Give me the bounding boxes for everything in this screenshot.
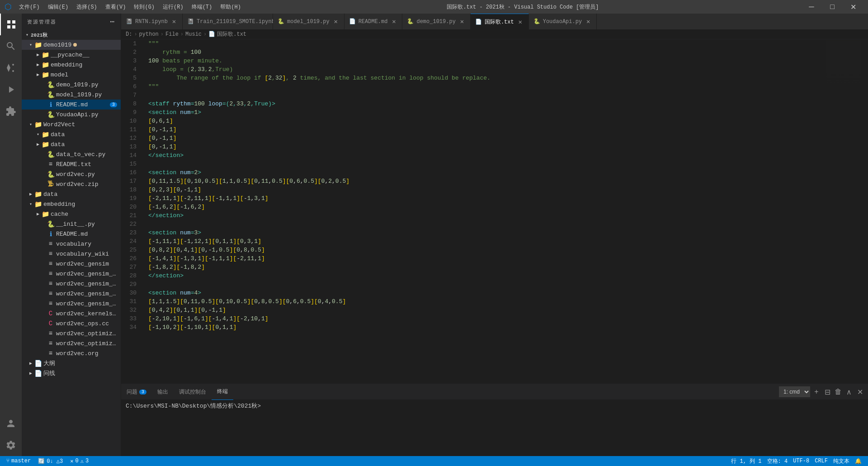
root-label: 2021秋 <box>31 32 47 38</box>
breadcrumb-python[interactable]: python <box>139 31 159 38</box>
tree-item-readmetxt[interactable]: ▶ ≡ README.txt <box>22 159 121 169</box>
menu-view[interactable]: 查看(V) <box>102 2 130 12</box>
account-icon[interactable] <box>0 413 22 434</box>
maximize-button[interactable]: □ <box>822 0 843 14</box>
breadcrumb-music[interactable]: Music <box>185 31 202 38</box>
panel-trash-button[interactable]: 🗑 <box>834 387 843 396</box>
status-notifications-icon[interactable]: 🔔 <box>853 457 863 465</box>
youdaoapipy-label: YoudaoApi.py <box>56 111 99 118</box>
datatovec-label: data_to_vec.py <box>56 151 105 158</box>
panel-tab-debug[interactable]: 调试控制台 <box>174 384 212 400</box>
extensions-icon[interactable] <box>0 100 22 122</box>
tree-item-embedding2[interactable]: ▾ 📁 embedding <box>22 199 121 209</box>
tree-item-w2voptimized2[interactable]: ▶ ≡ word2vec_optimized... <box>22 338 121 348</box>
tab-readme[interactable]: 📄 README.md ✕ <box>344 14 403 29</box>
panel-add-terminal-button[interactable]: + <box>812 387 821 396</box>
tree-item-word2vect[interactable]: ▾ 📁 Word2Vect <box>22 119 121 129</box>
tree-item-w2vorg[interactable]: ▶ ≡ word2vec.org <box>22 348 121 358</box>
tree-item-readmemd2[interactable]: ▶ ℹ README.md <box>22 229 121 239</box>
search-icon[interactable] <box>0 35 22 57</box>
status-position[interactable]: 行 1, 列 1 <box>729 457 763 465</box>
tree-item-vocabulary[interactable]: ▶ ≡ vocabulary <box>22 239 121 249</box>
status-errors[interactable]: ✕ 0 ⚠ 3 <box>68 458 90 465</box>
code-editor[interactable]: """ rythm = 100 100 beats per minute. lo… <box>144 39 826 384</box>
explorer-icon[interactable] <box>0 14 22 35</box>
tree-item-vocabularywiki[interactable]: ▶ ≡ vocabulary_wiki <box>22 249 121 259</box>
menu-edit[interactable]: 编辑(E) <box>44 2 72 12</box>
status-spaces[interactable]: 空格: 4 <box>765 457 790 465</box>
tree-item-w2vgensimw4[interactable]: ▶ ≡ word2vec_gensim_w... <box>22 299 121 309</box>
panel-maximize-button[interactable]: ∧ <box>844 387 854 396</box>
panel-close-button[interactable]: ✕ <box>855 387 864 396</box>
tree-item-initpy[interactable]: ▶ 🐍 __init__.py <box>22 219 121 229</box>
menu-select[interactable]: 选择(S) <box>73 2 101 12</box>
tab-youdao-close[interactable]: ✕ <box>585 18 592 25</box>
status-line-ending[interactable]: CRLF <box>813 457 830 465</box>
tab-guojige-close[interactable]: ✕ <box>517 18 524 25</box>
status-encoding[interactable]: UTF-8 <box>791 457 811 465</box>
tree-item-w2vops[interactable]: ▶ C word2vec_ops.cc <box>22 319 121 328</box>
menu-terminal[interactable]: 终端(T) <box>188 2 216 12</box>
panel-split-button[interactable]: ⊟ <box>823 387 832 396</box>
scrollbar[interactable] <box>862 39 868 384</box>
tree-item-cache[interactable]: ▶ 📁 cache <box>22 209 121 219</box>
tab-demo-close[interactable]: ✕ <box>458 18 466 25</box>
tree-item-data2[interactable]: ▶ 📁 data <box>22 139 121 149</box>
tree-item-pycache[interactable]: ▶ 📁 __pycache__ <box>22 50 121 60</box>
tree-item-datatovec[interactable]: ▶ 🐍 data_to_vec.py <box>22 149 121 159</box>
panel-tab-terminal[interactable]: 终端 <box>212 384 233 400</box>
minimize-button[interactable]: ─ <box>801 0 822 14</box>
panel-terminal[interactable]: C:\Users\MSI-NB\Desktop\情感分析\2021秋> <box>121 400 868 412</box>
status-language[interactable]: 纯文本 <box>831 457 851 465</box>
cache-label: cache <box>51 211 68 218</box>
settings-icon[interactable] <box>0 434 22 456</box>
tab-youdao[interactable]: 🐍 YoudaoApi.py ✕ <box>529 14 597 29</box>
terminal-selector[interactable]: 1: cmd <box>779 386 810 397</box>
tree-item-w2vgensim[interactable]: ▶ ≡ word2vec_gensim <box>22 259 121 269</box>
tab-readme-close[interactable]: ✕ <box>390 18 397 25</box>
tree-item-model1019py[interactable]: ▶ 🐍 model_1019.py <box>22 90 121 100</box>
close-button[interactable]: ✕ <box>843 0 863 14</box>
tree-item-wenti[interactable]: ▶ 📄 问线 <box>22 368 121 378</box>
panel-tab-output[interactable]: 输出 <box>152 384 174 400</box>
tree-item-w2voptimized1[interactable]: ▶ ≡ word2vec_optimized... <box>22 328 121 338</box>
titlebar-menu: 文件(F) 编辑(E) 选择(S) 查看(V) 转到(G) 运行(R) 终端(T… <box>15 2 245 12</box>
tree-item-outline[interactable]: ▶ 📄 大纲 <box>22 358 121 368</box>
breadcrumb-guojige[interactable]: 国际歌.txt <box>217 30 246 38</box>
tab-model-close[interactable]: ✕ <box>332 18 340 25</box>
tab-model[interactable]: 🐍 model_1019.py ✕ <box>273 14 344 29</box>
breadcrumb-d[interactable]: D: <box>126 31 132 38</box>
source-control-icon[interactable] <box>0 57 22 79</box>
tree-item-w2vkernels[interactable]: ▶ C word2vec_kernels.cc <box>22 309 121 319</box>
tree-item-youdaoapipy[interactable]: ▶ 🐍 YoudaoApi.py <box>22 109 121 119</box>
tree-root[interactable]: ▾ 2021秋 <box>22 30 121 40</box>
tab-demo[interactable]: 🐍 demo_1019.py ✕ <box>402 14 470 29</box>
menu-file[interactable]: 文件(F) <box>15 2 43 12</box>
tree-item-data3[interactable]: ▶ 📁 data <box>22 189 121 199</box>
tab-guojige[interactable]: 📄 国际歌.txt ✕ <box>471 14 529 29</box>
breadcrumb-file[interactable]: File <box>165 31 179 38</box>
w2vgensimw2-label: word2vec_gensim_w... <box>56 281 117 287</box>
tab-train[interactable]: 📓 Train_211019_SMOTE.ipynb ✕ <box>183 14 273 29</box>
tab-rntn[interactable]: 📓 RNTN.ipynb ✕ <box>121 14 183 29</box>
tree-item-readmemd[interactable]: ▶ ℹ README.md 3 <box>22 100 121 109</box>
menu-run[interactable]: 运行(R) <box>159 2 187 12</box>
status-sync[interactable]: 🔄 0↓ △3 <box>36 458 65 465</box>
tree-item-demo1019py[interactable]: ▶ 🐍 demo_1019.py <box>22 80 121 90</box>
run-debug-icon[interactable] <box>0 79 22 100</box>
tree-item-word2veczip[interactable]: ▶ 🗜 word2vec.zip <box>22 179 121 189</box>
tree-item-data1[interactable]: ▾ 📁 data <box>22 129 121 139</box>
menu-goto[interactable]: 转到(G) <box>130 2 158 12</box>
menu-help[interactable]: 帮助(H) <box>217 2 245 12</box>
tree-item-w2vgensimw2[interactable]: ▶ ≡ word2vec_gensim_w... <box>22 279 121 289</box>
tree-item-w2vgensimw1[interactable]: ▶ ≡ word2vec_gensim_w... <box>22 269 121 279</box>
panel-tab-problems[interactable]: 问题 3 <box>121 384 152 400</box>
tree-item-model[interactable]: ▶ 📁 model <box>22 70 121 80</box>
tree-item-word2vecpy[interactable]: ▶ 🐍 word2vec.py <box>22 169 121 179</box>
tree-item-w2vgensimw3[interactable]: ▶ ≡ word2vec_gensim_w... <box>22 289 121 299</box>
tree-item-demo1019[interactable]: ▾ 📁 demo1019 <box>22 40 121 50</box>
tab-rntn-close[interactable]: ✕ <box>170 18 178 25</box>
tree-item-embedding1[interactable]: ▶ 📁 embedding <box>22 60 121 70</box>
sidebar-more-icon[interactable]: ⋯ <box>110 17 115 26</box>
status-branch[interactable]: ⑂ master <box>5 458 33 464</box>
